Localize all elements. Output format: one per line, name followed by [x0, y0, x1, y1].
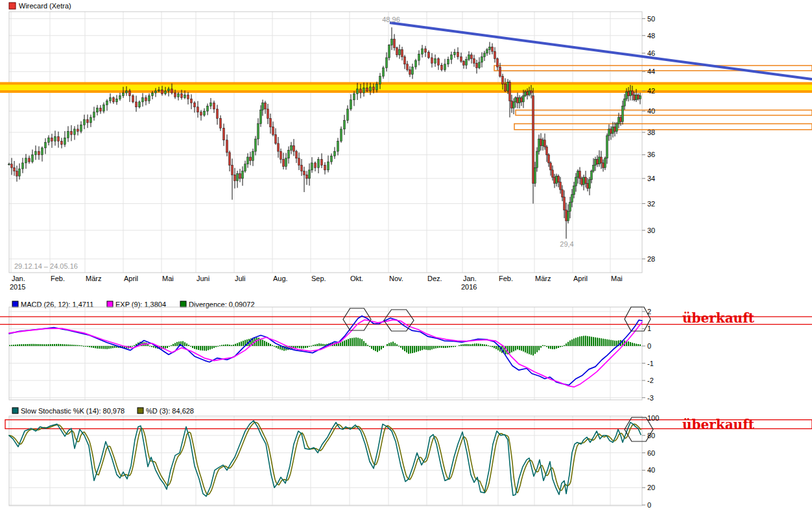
- candle: [229, 151, 231, 171]
- stoch-d-legend-swatch: [137, 408, 143, 413]
- candle: [344, 115, 346, 135]
- candle: [187, 92, 189, 105]
- candle: [540, 133, 542, 151]
- month-label: Dez.: [427, 275, 442, 282]
- chart-canvas[interactable]: 504846444240383634323028 Jan.2015Feb.Mär…: [0, 0, 812, 518]
- candle: [479, 57, 481, 69]
- support-band[interactable]: [0, 84, 812, 90]
- candle: [562, 185, 564, 201]
- candle: [463, 60, 465, 69]
- stoch-d-legend-label: %D (3): 84,628: [146, 407, 194, 415]
- candle: [232, 158, 233, 199]
- candle: [404, 55, 406, 69]
- page-title: Wirecard (Xetra): [19, 2, 71, 10]
- candle: [431, 53, 433, 68]
- candle: [407, 61, 409, 71]
- stoch-d-line: [9, 423, 641, 495]
- month-label: Feb.: [499, 275, 513, 282]
- divergence-legend-swatch: [180, 301, 186, 307]
- horizontal-band[interactable]: [0, 82, 812, 93]
- candle: [448, 56, 449, 67]
- candle: [14, 161, 16, 176]
- candle: [634, 92, 636, 101]
- candle: [220, 116, 222, 131]
- stochastic-overbought-label[interactable]: überkauft: [682, 417, 755, 432]
- candle: [142, 93, 144, 106]
- candle: [247, 153, 249, 167]
- candle: [353, 92, 355, 106]
- candle: [260, 105, 262, 127]
- stochastic-lines: [9, 421, 641, 497]
- month-label: Okt.: [350, 275, 363, 282]
- macd-tick-label: -2: [647, 376, 654, 384]
- candle: [608, 125, 610, 141]
- macd-tick-label: 0: [647, 342, 651, 350]
- candle: [564, 190, 566, 218]
- candle: [544, 134, 546, 150]
- month-label: Juli: [235, 275, 246, 282]
- candle: [556, 174, 558, 187]
- resistance-box[interactable]: [514, 124, 812, 130]
- price-axis-labels: 504846444240383634323028: [642, 15, 655, 263]
- candle: [71, 125, 73, 142]
- macd-overbought-label[interactable]: überkauft: [682, 310, 755, 326]
- candle: [509, 80, 511, 117]
- candle: [35, 145, 37, 160]
- candle: [207, 104, 209, 116]
- candle: [242, 166, 244, 186]
- macd-line: [9, 316, 642, 385]
- candle: [334, 147, 336, 159]
- candle: [515, 96, 517, 108]
- exp-signal-line: [9, 320, 642, 388]
- month-label: Sep.: [311, 275, 326, 282]
- chart-window: 504846444240383634323028 Jan.2015Feb.Mär…: [0, 0, 812, 518]
- price-tick-label: 50: [647, 15, 655, 23]
- candle: [521, 96, 523, 106]
- candle: [622, 101, 624, 125]
- macd-lines: [9, 316, 642, 387]
- candle: [100, 105, 102, 114]
- price-tick-label: 44: [647, 68, 655, 75]
- candle: [301, 159, 303, 176]
- candle: [505, 78, 507, 92]
- candle: [606, 134, 608, 164]
- stoch-tick-label: 20: [647, 484, 655, 491]
- candle: [129, 89, 131, 102]
- candle: [542, 138, 544, 151]
- candle: [200, 110, 202, 120]
- candle: [311, 157, 313, 173]
- candle: [604, 156, 606, 170]
- month-label: April: [573, 275, 588, 282]
- candle: [391, 27, 393, 50]
- candle: [425, 46, 427, 57]
- candle: [136, 95, 137, 112]
- candle: [494, 47, 496, 63]
- month-label: Jan.: [463, 275, 477, 282]
- price-tick-label: 42: [647, 87, 655, 95]
- exp-legend-swatch: [107, 301, 113, 307]
- candle: [546, 145, 548, 162]
- candle: [223, 123, 225, 145]
- candle: [48, 135, 50, 145]
- candle: [8, 163, 10, 166]
- candle: [237, 171, 239, 188]
- macd-tick-label: 2: [647, 308, 651, 315]
- candle: [554, 174, 556, 188]
- candle: [560, 177, 562, 194]
- candle: [460, 53, 462, 63]
- candle: [513, 98, 515, 114]
- macd-tick-label: 1: [647, 325, 651, 332]
- month-label: Jan.: [12, 275, 25, 282]
- candle: [288, 147, 290, 164]
- candle: [457, 47, 459, 60]
- candle: [337, 138, 339, 155]
- candle: [275, 129, 277, 145]
- candle: [257, 118, 259, 145]
- candle: [318, 157, 320, 173]
- candle: [573, 182, 575, 199]
- price-tick-label: 48: [647, 32, 655, 40]
- candle: [409, 66, 411, 77]
- candle: [265, 101, 267, 114]
- candle: [119, 93, 121, 101]
- month-label: Mai: [611, 275, 623, 282]
